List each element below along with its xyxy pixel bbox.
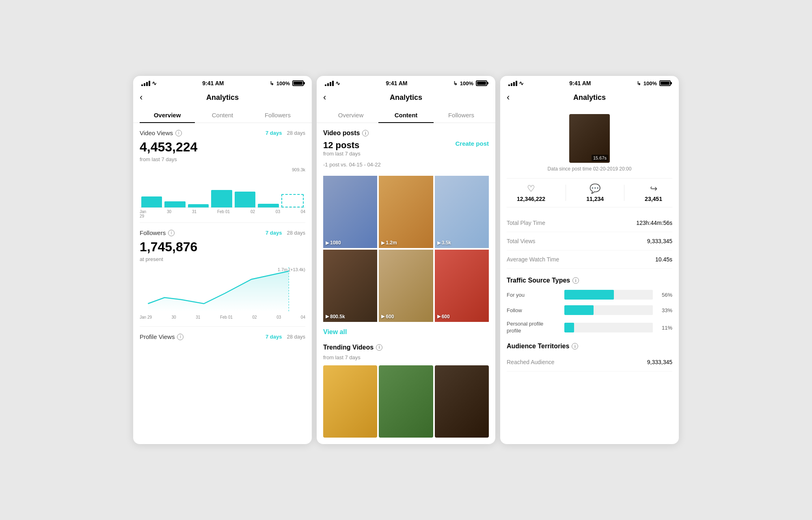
trending-thumb-1[interactable] [323, 365, 377, 438]
followers-info-icon[interactable]: i [168, 230, 175, 236]
heart-icon: ♡ [527, 183, 535, 194]
profile-views-title: Profile Views i [140, 333, 184, 340]
play-icon-6: ▶ [437, 314, 441, 319]
status-left-3: ∿ [508, 80, 524, 86]
video-thumb-2[interactable]: ▶ 1.2m [379, 176, 433, 248]
trending-info-icon[interactable]: i [376, 344, 382, 351]
bluetooth-icon-3: ↳ [637, 80, 641, 86]
video-thumb-5[interactable]: ▶ 600 [379, 250, 433, 322]
video-grid: ▶ 1080 ▶ 1.2m ▶ 3.5k [323, 176, 489, 322]
tab-content-2[interactable]: Content [378, 108, 434, 123]
video-views-number: 4,453,224 [140, 140, 305, 155]
traffic-bar-follow [564, 305, 653, 315]
tab-followers-1[interactable]: Followers [250, 108, 305, 123]
detail-row-views: Total Views 9,333,345 [507, 232, 672, 250]
trending-grid [323, 365, 489, 438]
page-title-1: Analytics [206, 93, 239, 102]
tab-followers-2[interactable]: Followers [434, 108, 489, 123]
followers-chart: 1.7m (+13.4k) Jan 29 30 31 [140, 267, 305, 320]
duration-badge: 15.67s [592, 155, 608, 161]
period-7days-vv[interactable]: 7 days [266, 130, 282, 136]
tabs-1: Overview Content Followers [133, 108, 312, 123]
period-7days-pv[interactable]: 7 days [266, 334, 282, 340]
bar-1 [141, 196, 162, 208]
bar-7 [281, 194, 304, 207]
followers-header: Followers i 7 days 28 days [140, 229, 305, 236]
traffic-info-icon[interactable]: i [572, 277, 579, 284]
stat-shares: ↪ 23,451 [645, 183, 662, 202]
video-views-title: Video Views i [140, 129, 182, 136]
video-overlay-2: ▶ 1.2m [381, 240, 397, 246]
status-time-3: 9:41 AM [569, 80, 591, 86]
tab-overview-2[interactable]: Overview [323, 108, 378, 123]
video-views-info-icon[interactable]: i [175, 130, 182, 136]
wifi-icon-1: ∿ [152, 80, 157, 86]
period-28days-fol[interactable]: 28 days [287, 230, 305, 236]
total-views-value: 9,333,345 [647, 238, 672, 244]
traffic-fill-follow [564, 305, 594, 315]
content-2: Video posts i 12 posts from last 7 days … [317, 123, 495, 444]
playtime-label: Total Play Time [507, 220, 545, 226]
traffic-bar-foryou [564, 290, 653, 300]
trending-thumb-3[interactable] [435, 365, 489, 438]
comments-value: 11,234 [586, 196, 604, 202]
reached-audience-value: 9,333,345 [647, 359, 672, 365]
watchtime-label: Average Watch Time [507, 256, 559, 263]
detail-row-playtime: Total Play Time 123h:44m:56s [507, 214, 672, 232]
video-thumb-3[interactable]: ▶ 3.5k [435, 176, 489, 248]
bluetooth-icon-1: ↳ [270, 80, 274, 86]
video-posts-header: Video posts i [323, 129, 489, 137]
trending-thumb-2[interactable] [379, 365, 433, 438]
followers-number: 1,745,876 [140, 240, 305, 255]
divider-2 [140, 326, 305, 327]
audience-info-icon[interactable]: i [572, 343, 578, 350]
battery-bar-2 [476, 80, 487, 86]
header-2: ‹ Analytics [317, 89, 495, 108]
shares-value: 23,451 [645, 196, 662, 202]
battery-pct-2: 100% [460, 80, 473, 86]
tab-overview-1[interactable]: Overview [140, 108, 195, 123]
view-all-button[interactable]: View all [323, 328, 489, 336]
data-since: Data since post time 02-20-2019 20:00 [507, 166, 672, 172]
status-right-1: ↳ 100% [270, 80, 304, 86]
period-28days-pv[interactable]: 28 days [287, 334, 305, 340]
status-time-1: 9:41 AM [202, 80, 224, 86]
chart-max-label-vv: 909.3k [292, 167, 305, 172]
screen-detail: ∿ 9:41 AM ↳ 100% ‹ Analytics 15.67s Data… [500, 76, 679, 444]
reached-audience-row: Reached Audience 9,333,345 [507, 353, 672, 371]
tab-content-1[interactable]: Content [195, 108, 250, 123]
wifi-icon-3: ∿ [519, 80, 524, 86]
wifi-icon-2: ∿ [335, 80, 340, 86]
video-thumb-4[interactable]: ▶ 800.5k [323, 250, 377, 322]
back-button-2[interactable]: ‹ [323, 92, 335, 103]
traffic-fill-foryou [564, 290, 614, 300]
divider-1 [140, 222, 305, 223]
traffic-row-foryou: For you 56% [507, 290, 672, 300]
create-post-button[interactable]: Create post [455, 140, 489, 147]
followers-sublabel: at present [140, 256, 305, 262]
video-overlay-5: ▶ 600 [381, 314, 394, 319]
traffic-pct-foryou: 56% [658, 292, 672, 298]
playtime-value: 123h:44m:56s [636, 220, 672, 226]
total-views-label: Total Views [507, 238, 536, 244]
traffic-fill-profile [564, 323, 574, 332]
line-chart-svg [140, 267, 305, 312]
post-thumbnail[interactable]: 15.67s [569, 114, 610, 163]
profile-views-info-icon[interactable]: i [177, 334, 184, 340]
back-button-1[interactable]: ‹ [140, 92, 152, 103]
video-views-sublabel: from last 7 days [140, 156, 305, 162]
video-posts-info-icon[interactable]: i [362, 130, 369, 136]
video-views-header: Video Views i 7 days 28 days [140, 129, 305, 136]
play-icon-3: ▶ [437, 240, 441, 246]
bar-4 [211, 190, 232, 207]
video-overlay-4: ▶ 800.5k [326, 314, 345, 319]
video-overlay-1: ▶ 1080 [326, 240, 341, 246]
bar-3 [188, 204, 209, 207]
video-thumb-6[interactable]: ▶ 600 [435, 250, 489, 322]
period-28days-vv[interactable]: 28 days [287, 130, 305, 136]
video-overlay-6: ▶ 600 [437, 314, 450, 319]
back-button-3[interactable]: ‹ [507, 92, 519, 103]
posts-count: 12 posts [323, 140, 381, 151]
period-7days-fol[interactable]: 7 days [266, 230, 282, 236]
video-thumb-1[interactable]: ▶ 1080 [323, 176, 377, 248]
